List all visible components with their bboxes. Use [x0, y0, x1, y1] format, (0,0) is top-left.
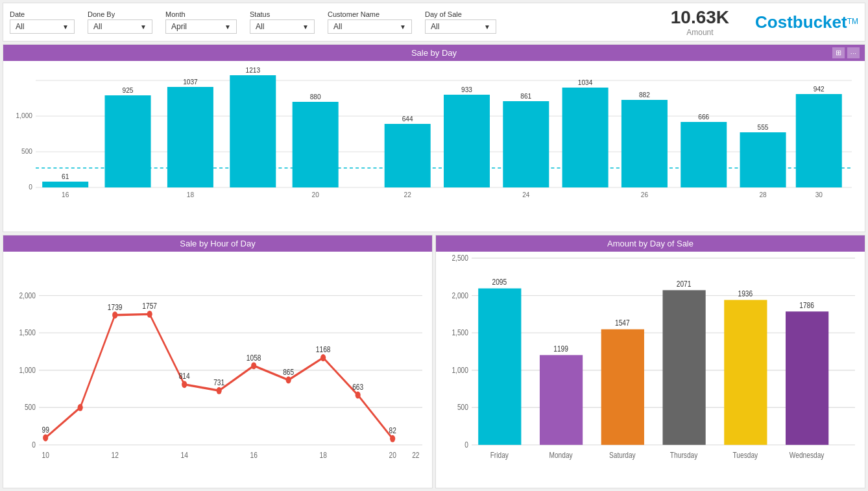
filter-status-select[interactable]: All ▼: [250, 19, 315, 34]
filter-customer-name: Customer Name All ▼: [328, 10, 412, 34]
filter-bar: Date All ▼ Done By All ▼ Month April ▼ S…: [3, 3, 865, 42]
dashboard: Date All ▼ Done By All ▼ Month April ▼ S…: [0, 0, 868, 491]
svg-text:882: 882: [639, 91, 650, 99]
svg-text:22: 22: [404, 191, 412, 198]
svg-text:500: 500: [457, 402, 468, 413]
point-13: [147, 311, 152, 318]
filter-month-select[interactable]: April ▼: [165, 19, 237, 34]
svg-text:0: 0: [464, 440, 468, 450]
svg-text:1213: 1213: [246, 67, 261, 74]
bar-day-22: [385, 124, 431, 187]
svg-text:0: 0: [32, 440, 36, 450]
svg-text:1037: 1037: [183, 78, 198, 86]
svg-text:500: 500: [21, 148, 32, 155]
bar-day-27: [681, 122, 727, 187]
filter-done-by-label: Done By: [88, 10, 152, 18]
svg-text:1,500: 1,500: [19, 328, 36, 338]
svg-text:880: 880: [310, 93, 321, 101]
svg-text:925: 925: [123, 87, 134, 94]
svg-text:2,000: 2,000: [19, 290, 36, 300]
svg-text:500: 500: [25, 402, 36, 413]
filter-customer-name-value: All: [333, 22, 342, 31]
svg-text:861: 861: [520, 93, 531, 100]
bottom-charts: Sale by Hour of Day 0 500 1,000: [3, 235, 865, 488]
filter-date-select[interactable]: All ▼: [10, 19, 75, 34]
svg-text:1,500: 1,500: [452, 328, 468, 338]
filter-day-of-sale-value: All: [431, 22, 439, 31]
point-11: [78, 404, 83, 411]
svg-text:666: 666: [698, 114, 709, 121]
svg-text:24: 24: [522, 191, 530, 198]
bar-day-26: [621, 100, 668, 187]
svg-text:1739: 1739: [108, 302, 123, 312]
svg-text:20: 20: [312, 191, 320, 198]
sale-by-hour-title: Sale by Hour of Day: [180, 239, 255, 248]
sale-by-day-body: 0 500 1,000 61 16 925: [3, 61, 865, 232]
expand-button[interactable]: ⊞: [832, 47, 845, 58]
sale-by-hour-chart: Sale by Hour of Day 0 500 1,000: [3, 235, 433, 488]
more-options-button[interactable]: ···: [847, 47, 860, 58]
point-18: [320, 354, 326, 361]
svg-text:1936: 1936: [738, 288, 753, 298]
bar-thursday: [662, 290, 705, 445]
brand-logo: CostbucketTM: [755, 12, 858, 32]
filter-month-value: April: [171, 22, 187, 31]
bar-wednesday: [786, 311, 828, 445]
chevron-down-icon: ▼: [302, 23, 309, 30]
bar-day-30: [796, 94, 842, 187]
svg-text:Saturday: Saturday: [609, 450, 636, 461]
amount-by-day-chart: Amount by Day of Sale 0 500: [435, 235, 865, 488]
point-12: [112, 311, 117, 318]
svg-text:1168: 1168: [316, 344, 331, 355]
filter-customer-name-select[interactable]: All ▼: [328, 19, 412, 34]
kpi-section: 10.63K Amount: [671, 7, 729, 37]
point-10: [43, 434, 48, 441]
bar-day-25: [562, 88, 609, 187]
amount-by-day-svg: 0 500 1,000 1,500 2,000 2,500 2095 Frida…: [472, 258, 855, 472]
filter-day-of-sale-select[interactable]: All ▼: [425, 19, 496, 34]
sale-by-day-title: Sale by Day: [411, 48, 457, 58]
bar-day-23: [444, 95, 490, 187]
svg-text:26: 26: [641, 191, 649, 198]
filter-status: Status All ▼: [250, 10, 315, 34]
svg-text:22: 22: [412, 450, 420, 461]
kpi-value: 10.63K: [671, 7, 729, 28]
sale-by-hour-body: 0 500 1,000 1,500 2,000 10 12 14 16 18 2…: [3, 252, 432, 488]
svg-text:865: 865: [283, 366, 294, 377]
bar-day-18: [167, 87, 213, 187]
charts-area: Sale by Day ⊞ ··· 0: [3, 44, 865, 488]
chevron-down-icon: ▼: [484, 23, 490, 30]
svg-text:2095: 2095: [492, 277, 507, 287]
filter-date-label: Date: [10, 10, 75, 18]
svg-text:2071: 2071: [677, 278, 692, 289]
svg-text:1,000: 1,000: [452, 365, 468, 375]
svg-text:10: 10: [42, 450, 50, 461]
bar-day-16: [42, 182, 88, 187]
bar-friday: [478, 289, 521, 445]
point-20: [390, 435, 395, 442]
svg-text:1786: 1786: [799, 300, 814, 310]
svg-text:18: 18: [187, 191, 195, 198]
filter-customer-name-label: Customer Name: [328, 10, 412, 18]
amount-by-day-title: Amount by Day of Sale: [607, 239, 693, 248]
svg-text:14: 14: [181, 450, 189, 461]
svg-text:1,000: 1,000: [16, 112, 33, 119]
svg-text:61: 61: [62, 173, 69, 180]
brand-tm: TM: [847, 16, 858, 25]
svg-text:16: 16: [62, 191, 69, 198]
svg-text:0: 0: [29, 184, 32, 191]
point-19: [356, 392, 361, 399]
filter-done-by-select[interactable]: All ▼: [88, 19, 152, 34]
filter-date: Date All ▼: [10, 10, 75, 34]
svg-text:2,500: 2,500: [452, 253, 468, 263]
svg-text:Tuesday: Tuesday: [733, 450, 758, 461]
svg-text:12: 12: [112, 450, 119, 461]
svg-text:933: 933: [461, 86, 472, 93]
chevron-down-icon: ▼: [400, 23, 406, 30]
svg-text:16: 16: [250, 450, 258, 461]
svg-text:82: 82: [389, 425, 396, 436]
brand-name: Costbucket: [755, 12, 847, 32]
svg-text:644: 644: [402, 115, 413, 123]
svg-text:1547: 1547: [615, 318, 630, 328]
bar-day-19: [230, 75, 276, 187]
